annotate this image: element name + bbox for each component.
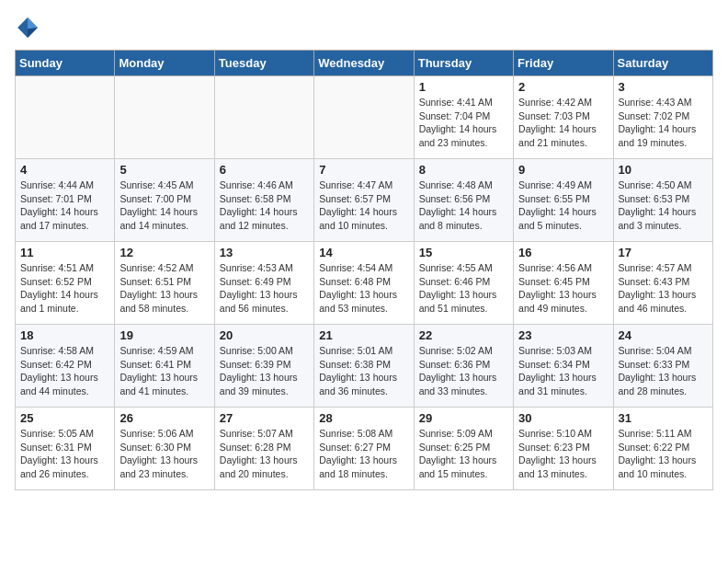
calendar-week-4: 18Sunrise: 4:58 AM Sunset: 6:42 PM Dayli… (16, 325, 713, 408)
day-info: Sunrise: 4:50 AM Sunset: 6:53 PM Dayligh… (619, 178, 708, 233)
day-info: Sunrise: 5:00 AM Sunset: 6:39 PM Dayligh… (220, 344, 309, 398)
calendar-cell: 19Sunrise: 4:59 AM Sunset: 6:41 PM Dayli… (115, 325, 214, 408)
calendar-week-2: 4Sunrise: 4:44 AM Sunset: 7:01 PM Daylig… (16, 159, 713, 242)
day-number: 7 (319, 163, 408, 177)
day-number: 28 (319, 411, 408, 425)
calendar-cell (214, 76, 313, 159)
logo-icon (15, 15, 40, 40)
day-number: 31 (619, 411, 708, 425)
calendar-cell: 1Sunrise: 4:41 AM Sunset: 7:04 PM Daylig… (414, 76, 513, 159)
calendar-cell: 13Sunrise: 4:53 AM Sunset: 6:49 PM Dayli… (214, 242, 313, 325)
day-number: 8 (419, 163, 508, 177)
calendar-cell: 23Sunrise: 5:03 AM Sunset: 6:34 PM Dayli… (514, 325, 613, 408)
day-number: 20 (220, 328, 309, 342)
day-info: Sunrise: 5:08 AM Sunset: 6:27 PM Dayligh… (319, 427, 408, 481)
calendar-cell (16, 76, 115, 159)
day-info: Sunrise: 5:04 AM Sunset: 6:33 PM Dayligh… (619, 344, 708, 398)
day-number: 6 (220, 163, 309, 177)
calendar-cell (115, 76, 214, 159)
calendar-cell: 25Sunrise: 5:05 AM Sunset: 6:31 PM Dayli… (16, 408, 115, 490)
day-number: 30 (518, 411, 608, 425)
day-number: 5 (119, 163, 209, 177)
day-info: Sunrise: 5:05 AM Sunset: 6:31 PM Dayligh… (20, 427, 109, 481)
day-number: 13 (220, 246, 309, 259)
weekday-header-tuesday: Tuesday (214, 51, 313, 76)
day-number: 3 (619, 80, 708, 94)
day-number: 23 (518, 328, 608, 342)
day-number: 9 (518, 163, 608, 177)
calendar-cell: 29Sunrise: 5:09 AM Sunset: 6:25 PM Dayli… (414, 408, 513, 490)
calendar-cell: 2Sunrise: 4:42 AM Sunset: 7:03 PM Daylig… (514, 76, 613, 159)
svg-marker-2 (28, 28, 38, 38)
day-number: 16 (518, 246, 608, 259)
calendar-cell: 7Sunrise: 4:47 AM Sunset: 6:57 PM Daylig… (314, 159, 414, 242)
calendar-cell: 20Sunrise: 5:00 AM Sunset: 6:39 PM Dayli… (214, 325, 313, 408)
weekday-header-wednesday: Wednesday (314, 51, 414, 76)
day-info: Sunrise: 5:09 AM Sunset: 6:25 PM Dayligh… (419, 427, 508, 481)
day-number: 21 (319, 328, 408, 342)
day-info: Sunrise: 4:54 AM Sunset: 6:48 PM Dayligh… (319, 261, 408, 316)
day-number: 17 (619, 246, 708, 259)
day-info: Sunrise: 4:49 AM Sunset: 6:55 PM Dayligh… (518, 178, 608, 233)
day-info: Sunrise: 4:48 AM Sunset: 6:56 PM Dayligh… (419, 178, 508, 233)
day-info: Sunrise: 4:59 AM Sunset: 6:41 PM Dayligh… (119, 344, 209, 398)
day-number: 26 (119, 411, 209, 425)
calendar-cell: 27Sunrise: 5:07 AM Sunset: 6:28 PM Dayli… (214, 408, 313, 490)
calendar-cell: 22Sunrise: 5:02 AM Sunset: 6:36 PM Dayli… (414, 325, 513, 408)
calendar-week-1: 1Sunrise: 4:41 AM Sunset: 7:04 PM Daylig… (16, 76, 713, 159)
day-number: 11 (20, 246, 109, 259)
calendar-cell: 8Sunrise: 4:48 AM Sunset: 6:56 PM Daylig… (414, 159, 513, 242)
calendar-cell: 30Sunrise: 5:10 AM Sunset: 6:23 PM Dayli… (514, 408, 613, 490)
calendar-cell: 18Sunrise: 4:58 AM Sunset: 6:42 PM Dayli… (16, 325, 115, 408)
logo (15, 15, 44, 40)
day-number: 1 (419, 80, 508, 94)
day-info: Sunrise: 4:46 AM Sunset: 6:58 PM Dayligh… (220, 178, 309, 233)
day-info: Sunrise: 4:56 AM Sunset: 6:45 PM Dayligh… (518, 261, 608, 316)
weekday-header-monday: Monday (115, 51, 214, 76)
day-number: 12 (119, 246, 209, 259)
calendar-cell: 12Sunrise: 4:52 AM Sunset: 6:51 PM Dayli… (115, 242, 214, 325)
day-number: 18 (20, 328, 109, 342)
calendar-cell: 28Sunrise: 5:08 AM Sunset: 6:27 PM Dayli… (314, 408, 414, 490)
calendar-cell (314, 76, 414, 159)
calendar-week-5: 25Sunrise: 5:05 AM Sunset: 6:31 PM Dayli… (16, 408, 713, 490)
day-info: Sunrise: 4:44 AM Sunset: 7:01 PM Dayligh… (20, 178, 109, 233)
day-info: Sunrise: 4:58 AM Sunset: 6:42 PM Dayligh… (20, 344, 109, 398)
day-info: Sunrise: 5:02 AM Sunset: 6:36 PM Dayligh… (419, 344, 508, 398)
day-number: 10 (619, 163, 708, 177)
day-info: Sunrise: 5:11 AM Sunset: 6:22 PM Dayligh… (619, 427, 708, 481)
day-info: Sunrise: 4:57 AM Sunset: 6:43 PM Dayligh… (619, 261, 708, 316)
calendar-cell: 15Sunrise: 4:55 AM Sunset: 6:46 PM Dayli… (414, 242, 513, 325)
day-number: 2 (518, 80, 608, 94)
weekday-header-sunday: Sunday (16, 51, 115, 76)
calendar-cell: 3Sunrise: 4:43 AM Sunset: 7:02 PM Daylig… (613, 76, 712, 159)
calendar-cell: 21Sunrise: 5:01 AM Sunset: 6:38 PM Dayli… (314, 325, 414, 408)
day-number: 14 (319, 246, 408, 259)
day-info: Sunrise: 4:42 AM Sunset: 7:03 PM Dayligh… (518, 96, 608, 150)
day-info: Sunrise: 4:47 AM Sunset: 6:57 PM Dayligh… (319, 178, 408, 233)
calendar-cell: 14Sunrise: 4:54 AM Sunset: 6:48 PM Dayli… (314, 242, 414, 325)
calendar-week-3: 11Sunrise: 4:51 AM Sunset: 6:52 PM Dayli… (16, 242, 713, 325)
calendar-cell: 24Sunrise: 5:04 AM Sunset: 6:33 PM Dayli… (613, 325, 712, 408)
svg-marker-1 (28, 17, 38, 29)
day-info: Sunrise: 5:01 AM Sunset: 6:38 PM Dayligh… (319, 344, 408, 398)
day-info: Sunrise: 5:07 AM Sunset: 6:28 PM Dayligh… (220, 427, 309, 481)
day-number: 19 (119, 328, 209, 342)
day-info: Sunrise: 5:03 AM Sunset: 6:34 PM Dayligh… (518, 344, 608, 398)
weekday-header-thursday: Thursday (414, 51, 513, 76)
calendar-cell: 9Sunrise: 4:49 AM Sunset: 6:55 PM Daylig… (514, 159, 613, 242)
calendar-cell: 10Sunrise: 4:50 AM Sunset: 6:53 PM Dayli… (613, 159, 712, 242)
calendar-cell: 11Sunrise: 4:51 AM Sunset: 6:52 PM Dayli… (16, 242, 115, 325)
weekday-header-friday: Friday (514, 51, 613, 76)
calendar-cell: 17Sunrise: 4:57 AM Sunset: 6:43 PM Dayli… (613, 242, 712, 325)
day-number: 27 (220, 411, 309, 425)
day-number: 15 (419, 246, 508, 259)
day-info: Sunrise: 4:45 AM Sunset: 7:00 PM Dayligh… (119, 178, 209, 233)
page-header (15, 15, 713, 40)
day-info: Sunrise: 4:55 AM Sunset: 6:46 PM Dayligh… (419, 261, 508, 316)
calendar-cell: 31Sunrise: 5:11 AM Sunset: 6:22 PM Dayli… (613, 408, 712, 490)
day-number: 24 (619, 328, 708, 342)
day-info: Sunrise: 4:52 AM Sunset: 6:51 PM Dayligh… (119, 261, 209, 316)
calendar-cell: 5Sunrise: 4:45 AM Sunset: 7:00 PM Daylig… (115, 159, 214, 242)
day-number: 25 (20, 411, 109, 425)
